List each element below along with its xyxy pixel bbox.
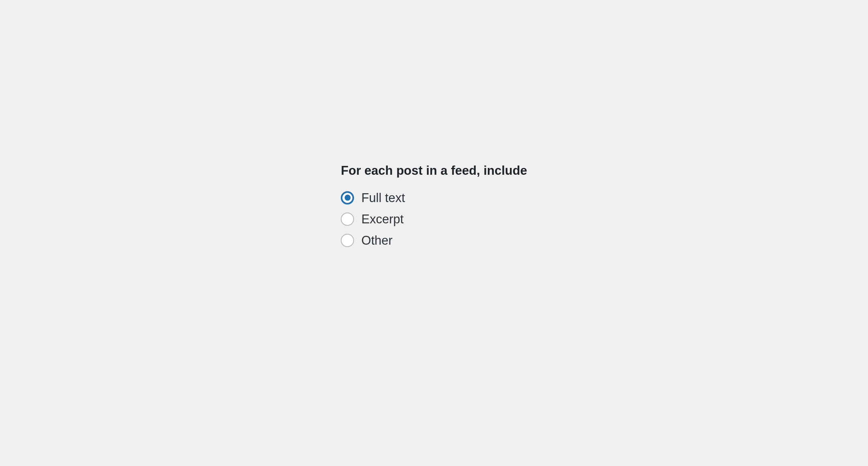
radio-option-full-text[interactable]: Full text	[341, 191, 405, 204]
radio-icon	[341, 191, 354, 204]
radio-icon	[341, 234, 354, 247]
feed-include-setting: For each post in a feed, include Full te…	[341, 163, 527, 247]
feed-include-legend: For each post in a feed, include	[341, 163, 527, 179]
radio-option-excerpt[interactable]: Excerpt	[341, 213, 403, 226]
radio-option-other[interactable]: Other	[341, 234, 393, 247]
radio-label: Other	[361, 234, 393, 247]
radio-label: Full text	[361, 192, 405, 204]
radio-label: Excerpt	[361, 213, 403, 225]
radio-icon	[341, 213, 354, 226]
